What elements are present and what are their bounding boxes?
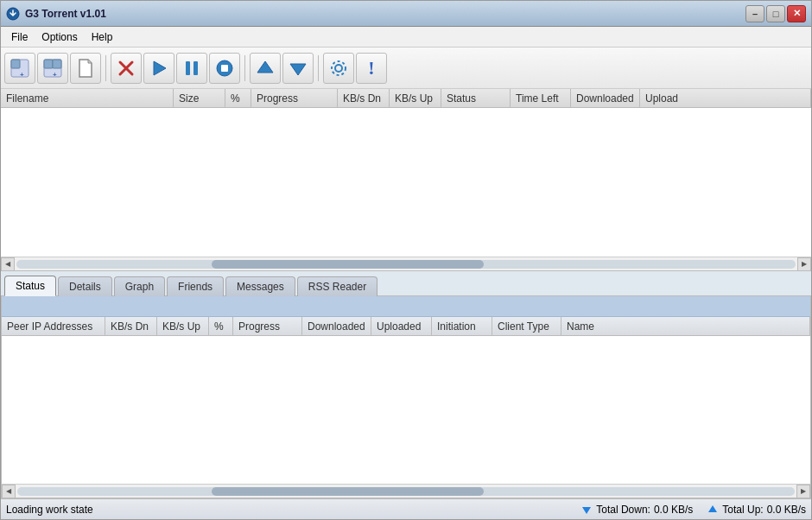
col-filename: Filename bbox=[1, 89, 174, 107]
status-text: Loading work state bbox=[6, 504, 580, 516]
maximize-button[interactable]: □ bbox=[766, 5, 785, 22]
peer-table-header: Peer IP Addresses KB/s Dn KB/s Up % Prog… bbox=[2, 317, 810, 336]
title-bar: G3 Torrent v1.01 – □ ✕ bbox=[1, 1, 811, 27]
svg-marker-19 bbox=[582, 507, 591, 514]
peer-col-downloaded: Downloaded bbox=[302, 317, 371, 335]
down-arrow-icon bbox=[580, 504, 593, 516]
peer-col-name: Name bbox=[561, 317, 810, 335]
settings-button[interactable] bbox=[323, 53, 354, 84]
torrent-scroll-right[interactable]: ▶ bbox=[797, 257, 811, 271]
svg-point-17 bbox=[335, 65, 342, 72]
menu-file[interactable]: File bbox=[4, 29, 35, 45]
peer-col-progress: Progress bbox=[233, 317, 302, 335]
peer-col-kbsup: KB/s Up bbox=[157, 317, 209, 335]
col-size: Size bbox=[174, 89, 225, 107]
stop-button[interactable] bbox=[209, 53, 240, 84]
col-progress: Progress bbox=[251, 89, 338, 107]
tab-rss-reader[interactable]: RSS Reader bbox=[297, 276, 377, 296]
menu-help[interactable]: Help bbox=[85, 29, 120, 45]
peer-table-body[interactable] bbox=[2, 336, 810, 484]
svg-marker-10 bbox=[154, 61, 166, 75]
app-icon bbox=[6, 7, 20, 21]
col-downloaded: Downloaded bbox=[571, 89, 640, 107]
svg-rect-14 bbox=[221, 65, 228, 72]
tab-details[interactable]: Details bbox=[58, 276, 112, 296]
torrent-hscrollbar[interactable] bbox=[16, 260, 796, 269]
toolbar-sep-1 bbox=[105, 55, 106, 81]
peer-hscrollbar-area: ◀ ▶ bbox=[2, 484, 810, 498]
up-arrow-icon bbox=[707, 504, 719, 516]
total-up-value: 0.0 KB/s bbox=[767, 504, 806, 516]
torrent-hscrollbar-thumb bbox=[212, 260, 485, 269]
col-percent: % bbox=[225, 89, 251, 107]
peer-scroll-right[interactable]: ▶ bbox=[796, 485, 810, 498]
tab-graph[interactable]: Graph bbox=[114, 276, 165, 296]
status-bar: Loading work state Total Down: 0.0 KB/s … bbox=[1, 498, 811, 519]
alert-button[interactable]: ! bbox=[356, 53, 387, 84]
app-title: G3 Torrent v1.01 bbox=[25, 8, 745, 20]
add-url-button[interactable]: + bbox=[37, 53, 68, 84]
svg-marker-16 bbox=[290, 64, 306, 75]
pause-button[interactable] bbox=[176, 53, 207, 84]
peer-hscrollbar-thumb bbox=[212, 487, 484, 496]
col-status: Status bbox=[441, 89, 511, 107]
svg-text:+: + bbox=[20, 71, 24, 79]
peer-col-uploaded: Uploaded bbox=[371, 317, 432, 335]
minimize-button[interactable]: – bbox=[745, 5, 764, 22]
total-up-item: Total Up: 0.0 KB/s bbox=[707, 504, 806, 516]
main-window: G3 Torrent v1.01 – □ ✕ File Options Help… bbox=[0, 0, 812, 520]
remove-button[interactable] bbox=[111, 53, 142, 84]
torrent-table-area: Filename Size % Progress KB/s Dn KB/s Up… bbox=[1, 89, 811, 270]
col-kbsup: KB/s Up bbox=[390, 89, 441, 107]
toolbar-sep-3 bbox=[318, 55, 319, 81]
torrent-hscrollbar-area: ◀ ▶ bbox=[1, 257, 811, 270]
peer-col-kbsdn: KB/s Dn bbox=[105, 317, 157, 335]
tabs-row: Status Details Graph Friends Messages RS… bbox=[1, 271, 811, 295]
svg-marker-20 bbox=[708, 505, 717, 512]
toolbar: + + bbox=[1, 48, 811, 89]
peer-col-clienttype: Client Type bbox=[492, 317, 561, 335]
col-kbsdn: KB/s Dn bbox=[338, 89, 390, 107]
tab-messages[interactable]: Messages bbox=[225, 276, 295, 296]
move-down-button[interactable] bbox=[282, 53, 314, 84]
tab-status[interactable]: Status bbox=[4, 276, 56, 296]
svg-rect-2 bbox=[11, 60, 20, 68]
peer-col-initiation: Initiation bbox=[432, 317, 492, 335]
total-up-label: Total Up: bbox=[722, 504, 763, 516]
svg-marker-15 bbox=[257, 61, 273, 73]
status-right: Total Down: 0.0 KB/s Total Up: 0.0 KB/s bbox=[580, 504, 806, 516]
col-timeleft: Time Left bbox=[511, 89, 571, 107]
peer-col-ip: Peer IP Addresses bbox=[2, 317, 105, 335]
svg-rect-5 bbox=[44, 60, 53, 68]
torrent-scroll-left[interactable]: ◀ bbox=[1, 257, 15, 271]
total-down-label: Total Down: bbox=[596, 504, 650, 516]
window-controls: – □ ✕ bbox=[745, 5, 806, 22]
toolbar-sep-2 bbox=[244, 55, 245, 81]
torrent-table-body[interactable] bbox=[1, 108, 811, 257]
peer-hscrollbar[interactable] bbox=[17, 487, 795, 496]
tab-friends[interactable]: Friends bbox=[167, 276, 224, 296]
bottom-section: Status Details Graph Friends Messages RS… bbox=[1, 270, 811, 519]
svg-text:+: + bbox=[53, 71, 57, 79]
svg-rect-11 bbox=[186, 61, 190, 75]
svg-rect-12 bbox=[193, 61, 198, 75]
torrent-table-header: Filename Size % Progress KB/s Dn KB/s Up… bbox=[1, 89, 811, 108]
tabs-area: Status Details Graph Friends Messages RS… bbox=[1, 270, 811, 296]
menu-bar: File Options Help bbox=[1, 27, 811, 48]
add-torrent-button[interactable]: + bbox=[4, 53, 35, 84]
close-button[interactable]: ✕ bbox=[787, 5, 806, 22]
menu-options[interactable]: Options bbox=[35, 29, 84, 45]
peer-selected-row[interactable] bbox=[2, 296, 810, 317]
peer-area: Peer IP Addresses KB/s Dn KB/s Up % Prog… bbox=[1, 296, 811, 498]
start-button[interactable] bbox=[143, 53, 174, 84]
move-up-button[interactable] bbox=[250, 53, 281, 84]
total-down-item: Total Down: 0.0 KB/s bbox=[580, 504, 693, 516]
svg-rect-6 bbox=[53, 60, 61, 68]
col-upload: Upload bbox=[640, 89, 811, 107]
peer-col-percent: % bbox=[209, 317, 233, 335]
total-down-value: 0.0 KB/s bbox=[654, 504, 693, 516]
svg-point-18 bbox=[332, 61, 346, 75]
new-button[interactable] bbox=[70, 53, 101, 84]
peer-scroll-left[interactable]: ◀ bbox=[2, 485, 16, 498]
